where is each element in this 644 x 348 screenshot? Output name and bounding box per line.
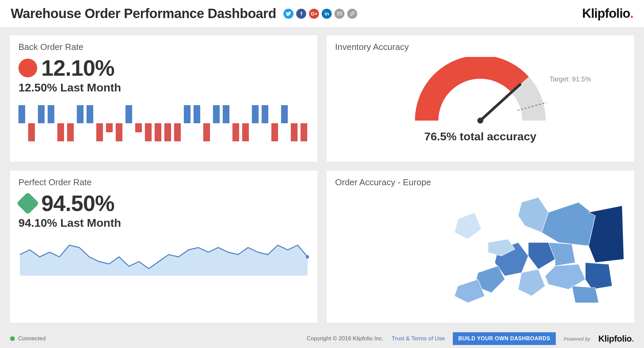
perfect-order-sparkline xyxy=(18,237,309,277)
connection-status-text: Connected xyxy=(18,335,46,342)
connection-status-icon xyxy=(10,336,15,341)
svg-marker-14 xyxy=(585,263,612,289)
status-diamond-icon xyxy=(16,192,39,215)
panel-order-accuracy-europe: Order Accuracy - Europe xyxy=(326,170,635,323)
brand-logo-small: Klipfolio. xyxy=(598,334,634,344)
svg-marker-6 xyxy=(542,202,595,246)
gauge-target-label: Target: 91.5% xyxy=(550,75,591,83)
svg-marker-7 xyxy=(589,206,624,263)
powered-by-text: Powered by xyxy=(564,336,590,342)
copyright-text: Copyright © 2016 Klipfolio Inc. xyxy=(307,335,383,342)
back-order-value: 12.10% xyxy=(41,57,114,79)
panel-title: Back Order Rate xyxy=(18,42,309,52)
page-title: Warehouse Order Performance Dashboard xyxy=(11,6,276,21)
twitter-icon[interactable] xyxy=(283,9,293,19)
header-bar: Warehouse Order Performance Dashboard f … xyxy=(0,0,644,27)
panel-back-order-rate: Back Order Rate 12.10% 12.50% Last Month xyxy=(9,35,318,162)
panel-title: Perfect Order Rate xyxy=(18,177,309,188)
back-order-last-month: 12.50% Last Month xyxy=(18,81,309,94)
email-icon[interactable] xyxy=(334,9,344,19)
svg-marker-13 xyxy=(545,264,585,289)
linkedin-icon[interactable]: in xyxy=(322,9,332,19)
panel-title: Inventory Accuracy xyxy=(335,42,626,52)
svg-line-1 xyxy=(480,84,520,121)
share-icons: f G+ in xyxy=(283,9,357,19)
footer-bar: Connected Copyright © 2016 Klipfolio Inc… xyxy=(0,329,644,348)
build-dashboard-button[interactable]: BUILD YOUR OWN DASHBOARDS xyxy=(453,332,555,345)
panel-inventory-accuracy: Inventory Accuracy Target: 91.5% 76.5% t… xyxy=(326,35,635,162)
brand-logo: Klipfolio. xyxy=(582,6,633,21)
perfect-order-value: 94.50% xyxy=(41,192,114,214)
perfect-order-last-month: 94.10% Last Month xyxy=(18,216,309,229)
status-dot-icon xyxy=(18,59,37,77)
svg-marker-17 xyxy=(572,286,599,303)
svg-point-2 xyxy=(477,118,483,124)
inventory-accuracy-gauge xyxy=(407,57,554,131)
link-icon[interactable] xyxy=(347,9,357,19)
svg-marker-4 xyxy=(454,212,481,239)
panel-title: Order Accuracy - Europe xyxy=(335,177,626,188)
googleplus-icon[interactable]: G+ xyxy=(309,9,319,19)
gauge-display-text: 76.5% total accuracy xyxy=(335,130,626,143)
back-order-winloss-chart xyxy=(18,101,309,145)
europe-choropleth-map xyxy=(438,192,626,306)
panel-perfect-order-rate: Perfect Order Rate 94.50% 94.10% Last Mo… xyxy=(9,170,318,323)
terms-link[interactable]: Trust & Terms of Use xyxy=(391,335,445,342)
facebook-icon[interactable]: f xyxy=(296,9,306,19)
svg-marker-11 xyxy=(518,269,545,296)
